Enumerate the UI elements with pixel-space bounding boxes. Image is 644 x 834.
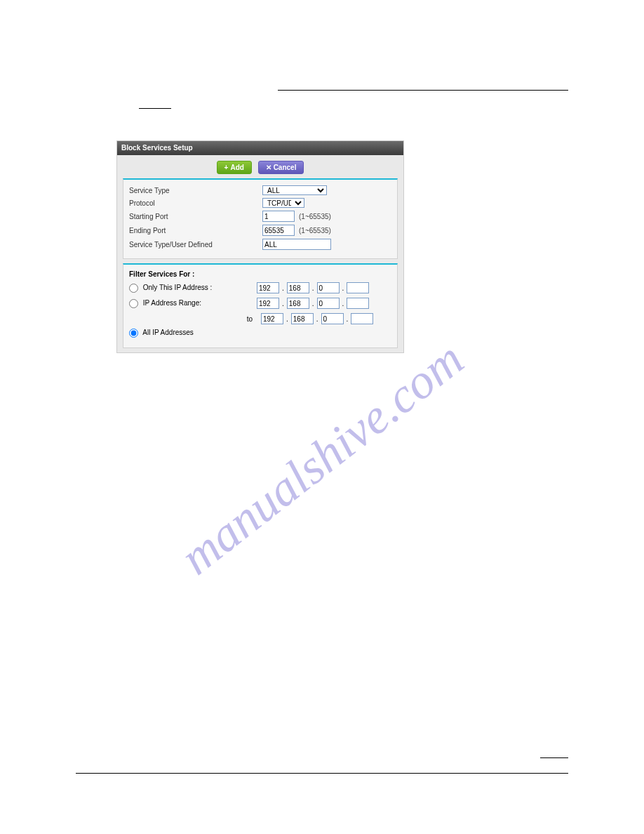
ending-port-input[interactable] [262,225,295,236]
protocol-select[interactable]: TCP/UDP [262,198,304,208]
add-button-label: Add [230,164,243,171]
only-this-ip-row: Only This IP Address : . . . [129,282,391,293]
range-to-oct4[interactable] [351,313,373,324]
range-from-oct3[interactable] [317,298,340,309]
to-label: to [247,315,257,323]
only-ip-oct4[interactable] [347,282,369,293]
ip-range-radio[interactable] [129,299,138,308]
ip-range-to-row: to . . . [129,313,391,324]
bottom-short-divider [540,757,568,758]
dot: . [311,300,316,307]
range-from-oct1[interactable] [257,298,279,309]
starting-port-hint: (1~65535) [299,213,331,220]
add-button[interactable]: +Add [217,161,252,174]
all-ip-radio[interactable] [129,329,138,338]
range-from-oct2[interactable] [287,298,309,309]
top-divider [278,90,568,91]
ip-range-row: IP Address Range: . . . [129,298,391,309]
cancel-button[interactable]: ✕Cancel [258,161,304,174]
all-ip-label: All IP Addresses [142,329,194,336]
dot: . [281,284,286,292]
dot: . [345,315,350,323]
only-ip-oct2[interactable] [287,282,309,293]
plus-icon: + [224,164,229,171]
range-to-oct1[interactable] [261,313,283,324]
ending-port-hint: (1~65535) [299,227,331,234]
only-this-ip-label: Only This IP Address : [143,284,213,291]
only-ip-oct1[interactable] [257,282,279,293]
dot: . [285,315,290,323]
filter-title: Filter Services For : [129,270,391,278]
button-row: +Add ✕Cancel [117,155,403,178]
dot: . [341,300,346,307]
dot: . [315,315,320,323]
service-type-select[interactable]: ALL [262,185,327,195]
only-ip-oct3[interactable] [317,282,340,293]
bottom-divider [76,773,568,774]
short-divider [139,108,171,109]
panel-title: Block Services Setup [117,141,403,155]
ending-port-label: Ending Port [129,227,262,234]
range-to-oct3[interactable] [321,313,344,324]
protocol-label: Protocol [129,199,262,207]
filter-services-section: Filter Services For : Only This IP Addre… [123,263,398,348]
range-to-oct2[interactable] [291,313,314,324]
dot: . [341,284,346,292]
all-ip-row: All IP Addresses [129,329,391,338]
user-defined-input[interactable] [262,239,331,250]
user-defined-label: Service Type/User Defined [129,241,262,249]
range-from-oct4[interactable] [347,298,369,309]
dot: . [311,284,316,292]
only-this-ip-radio[interactable] [129,284,138,293]
dot: . [281,300,286,307]
block-services-setup-panel: Block Services Setup +Add ✕Cancel Servic… [116,140,404,353]
ip-range-label: IP Address Range: [143,299,201,307]
service-type-label: Service Type [129,187,262,194]
watermark-text: manualshive.com [170,331,474,586]
cancel-button-label: Cancel [274,164,297,171]
starting-port-label: Starting Port [129,213,262,220]
service-settings-section: Service Type ALL Protocol TCP/UDP Starti… [123,178,398,259]
starting-port-input[interactable] [262,211,295,222]
close-icon: ✕ [266,164,271,171]
